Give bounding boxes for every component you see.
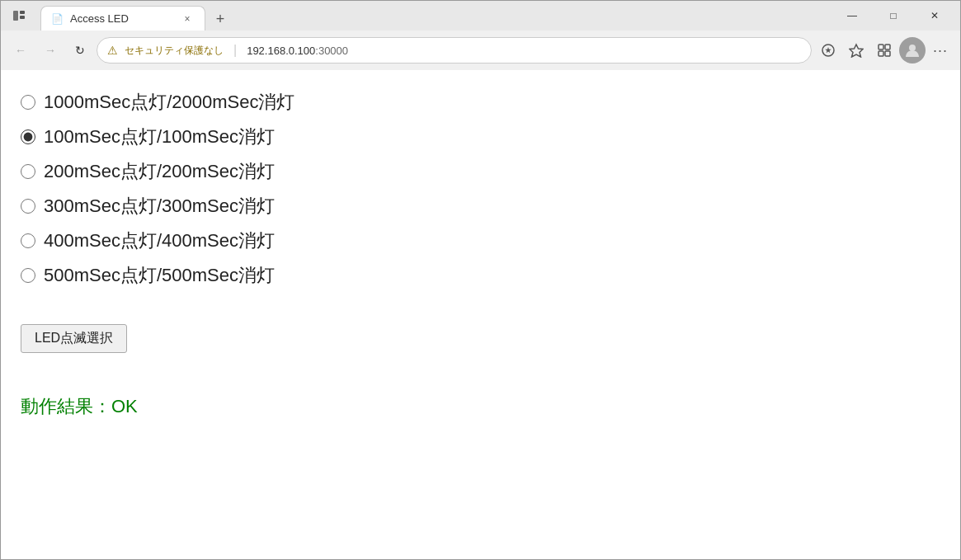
close-button[interactable]: ✕	[916, 3, 954, 28]
tab-close-button[interactable]: ×	[180, 12, 195, 26]
radio-input-4[interactable]	[21, 199, 35, 214]
radio-option-4[interactable]: 300mSec点灯/300mSec消灯	[21, 191, 940, 222]
svg-marker-4	[850, 45, 863, 57]
radio-input-5[interactable]	[21, 233, 35, 248]
collections-icon[interactable]	[871, 37, 897, 64]
security-warning-icon: ⚠	[107, 44, 118, 57]
url-host: 192.168.0.100	[247, 45, 315, 57]
toolbar-icons: ···	[815, 37, 954, 64]
new-tab-button[interactable]: +	[209, 7, 232, 31]
address-bar: ← → ↻ ⚠ セキュリティ保護なし | 192.168.0.100:30000	[1, 31, 960, 70]
svg-rect-6	[885, 45, 890, 49]
tabs-container: 📄 Access LED × +	[40, 1, 830, 31]
radio-option-3[interactable]: 200mSec点灯/200mSec消灯	[21, 156, 940, 187]
title-bar: 📄 Access LED × + — □ ✕	[1, 1, 960, 31]
tab-page-icon: 📄	[51, 13, 64, 25]
radio-input-2[interactable]	[21, 129, 35, 144]
tab-label: Access LED	[70, 12, 173, 25]
security-warning-label: セキュリティ保護なし	[125, 44, 224, 58]
radio-label-4: 300mSec点灯/300mSec消灯	[44, 194, 275, 219]
refresh-button[interactable]: ↻	[67, 37, 93, 64]
led-blink-options: 1000mSec点灯/2000mSec消灯 100mSec点灯/100mSec消…	[21, 87, 940, 291]
radio-input-1[interactable]	[21, 95, 35, 110]
svg-rect-5	[879, 45, 883, 49]
radio-option-1[interactable]: 1000mSec点灯/2000mSec消灯	[21, 87, 940, 118]
back-button[interactable]: ←	[7, 37, 34, 64]
result-label: 動作結果：	[21, 396, 111, 416]
radio-input-3[interactable]	[21, 164, 35, 179]
sidebar-toggle[interactable]	[7, 4, 31, 27]
window-controls: — □ ✕	[833, 3, 954, 28]
result-value: OK	[111, 396, 138, 416]
url-display: 192.168.0.100:30000	[247, 45, 801, 57]
radio-label-1: 1000mSec点灯/2000mSec消灯	[44, 90, 294, 115]
browser-window: 📄 Access LED × + — □ ✕ ← → ↻ ⚠ セキュリティ保護な…	[0, 0, 961, 560]
result-display: 動作結果：OK	[21, 394, 940, 419]
radio-option-2[interactable]: 100mSec点灯/100mSec消灯	[21, 121, 940, 153]
radio-label-6: 500mSec点灯/500mSec消灯	[44, 263, 275, 288]
more-options-button[interactable]: ···	[927, 37, 954, 64]
svg-rect-2	[20, 16, 25, 19]
svg-rect-0	[13, 11, 18, 21]
radio-option-5[interactable]: 400mSec点灯/400mSec消灯	[21, 225, 940, 256]
radio-option-6[interactable]: 500mSec点灯/500mSec消灯	[21, 260, 940, 291]
minimize-button[interactable]: —	[833, 3, 871, 28]
profile-button[interactable]	[899, 37, 926, 64]
radio-input-6[interactable]	[21, 268, 35, 283]
radio-label-5: 400mSec点灯/400mSec消灯	[44, 228, 275, 253]
svg-rect-1	[20, 11, 25, 14]
maximize-button[interactable]: □	[874, 3, 912, 28]
svg-rect-8	[885, 51, 890, 56]
content-area: 1000mSec点灯/2000mSec消灯 100mSec点灯/100mSec消…	[1, 70, 960, 559]
address-input[interactable]: ⚠ セキュリティ保護なし | 192.168.0.100:30000	[97, 37, 812, 64]
led-select-button[interactable]: LED点滅選択	[21, 324, 127, 353]
radio-label-2: 100mSec点灯/100mSec消灯	[44, 125, 275, 149]
url-separator: |	[233, 43, 237, 58]
svg-rect-7	[879, 51, 883, 56]
url-port: :30000	[315, 45, 348, 57]
forward-button[interactable]: →	[37, 37, 64, 64]
radio-label-3: 200mSec点灯/200mSec消灯	[44, 159, 275, 184]
active-tab[interactable]: 📄 Access LED ×	[40, 6, 205, 31]
favorites-star-icon[interactable]	[815, 37, 841, 64]
svg-point-9	[909, 45, 916, 51]
favorites-icon[interactable]	[843, 37, 869, 64]
